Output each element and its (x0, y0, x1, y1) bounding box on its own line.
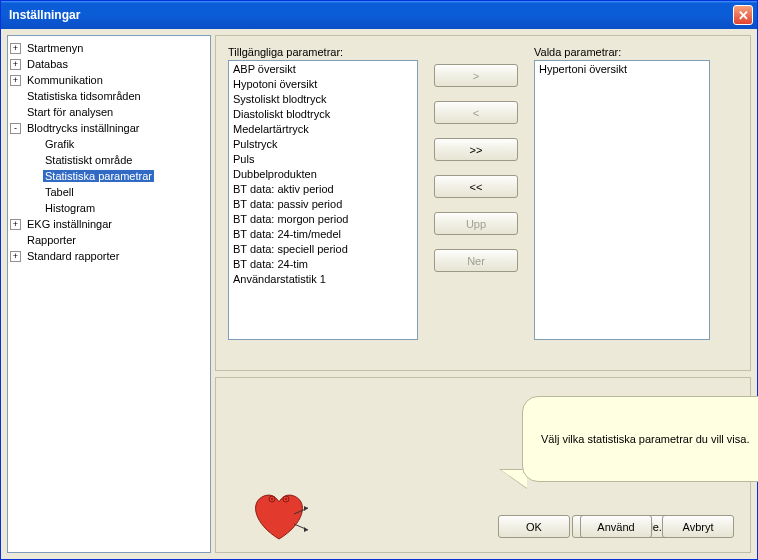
close-button[interactable]: ✕ (733, 5, 753, 25)
collapse-icon[interactable]: - (10, 123, 21, 134)
tree-item-label[interactable]: Statistiskt område (43, 154, 134, 166)
available-listbox[interactable]: ABP översiktHypotoni översiktSystoliskt … (228, 60, 418, 340)
expand-icon[interactable]: + (10, 75, 21, 86)
nav-tree[interactable]: +Startmenyn+Databas+KommunikationStatist… (7, 35, 211, 553)
list-item[interactable]: BT data: morgon period (233, 213, 413, 228)
tree-item[interactable]: Tabell (10, 184, 208, 200)
selected-label: Valda parametrar: (534, 46, 710, 58)
tree-item[interactable]: +Databas (10, 56, 208, 72)
list-item[interactable]: Systoliskt blodtryck (233, 93, 413, 108)
transfer-buttons: > < >> << Upp Ner (428, 46, 524, 360)
close-icon: ✕ (738, 8, 749, 23)
list-item[interactable]: Puls (233, 153, 413, 168)
list-item[interactable]: ABP översikt (233, 63, 413, 78)
tree-item[interactable]: Statistiska tidsområden (10, 88, 208, 104)
tree-item-label[interactable]: Standard rapporter (25, 250, 121, 262)
remove-all-button[interactable]: << (434, 175, 518, 198)
expand-icon[interactable]: + (10, 59, 21, 70)
list-item[interactable]: BT data: speciell period (233, 243, 413, 258)
add-button[interactable]: > (434, 64, 518, 87)
list-item[interactable]: Dubbelprodukten (233, 168, 413, 183)
tree-item-label[interactable]: Kommunikation (25, 74, 105, 86)
tree-item-label[interactable]: Tabell (43, 186, 76, 198)
tree-item-label[interactable]: Statistiska tidsområden (25, 90, 143, 102)
expand-icon[interactable]: + (10, 251, 21, 262)
tree-item[interactable]: Statistiskt område (10, 152, 208, 168)
help-panel: Välj vilka statistiska parametrar du vil… (215, 377, 751, 553)
window-title: Inställningar (9, 8, 80, 22)
client-area: +Startmenyn+Databas+KommunikationStatist… (1, 29, 757, 559)
tree-item[interactable]: +Startmenyn (10, 40, 208, 56)
tree-item[interactable]: Rapporter (10, 232, 208, 248)
titlebar: Inställningar ✕ (1, 1, 757, 29)
list-item[interactable]: BT data: 24-tim/medel (233, 228, 413, 243)
tree-item[interactable]: Histogram (10, 200, 208, 216)
heart-icon (244, 484, 314, 544)
right-pane: Tillgängliga parametrar: ABP översiktHyp… (215, 35, 751, 553)
list-item[interactable]: Medelartärtryck (233, 123, 413, 138)
params-panel: Tillgängliga parametrar: ABP översiktHyp… (215, 35, 751, 371)
tree-item[interactable]: Start för analysen (10, 104, 208, 120)
apply-button[interactable]: Använd (580, 515, 652, 538)
available-label: Tillgängliga parametrar: (228, 46, 418, 58)
tree-item-label[interactable]: Statistiska parametrar (43, 170, 154, 182)
list-item[interactable]: Hypertoni översikt (539, 63, 705, 78)
move-up-button[interactable]: Upp (434, 212, 518, 235)
remove-button[interactable]: < (434, 101, 518, 124)
expand-icon[interactable]: + (10, 43, 21, 54)
settings-window: Inställningar ✕ +Startmenyn+Databas+Komm… (0, 0, 758, 560)
ok-button[interactable]: OK (498, 515, 570, 538)
dialog-buttons: OK Använd Avbryt (498, 515, 734, 538)
list-item[interactable]: Hypotoni översikt (233, 78, 413, 93)
help-text: Välj vilka statistiska parametrar du vil… (541, 433, 749, 445)
list-item[interactable]: BT data: 24-tim (233, 258, 413, 273)
selected-column: Valda parametrar: Hypertoni översikt (534, 46, 710, 360)
expand-icon[interactable]: + (10, 219, 21, 230)
selected-listbox[interactable]: Hypertoni översikt (534, 60, 710, 340)
tree-item[interactable]: Grafik (10, 136, 208, 152)
tree-item[interactable]: Statistiska parametrar (10, 168, 208, 184)
list-item[interactable]: Pulstryck (233, 138, 413, 153)
svg-point-1 (271, 498, 273, 500)
add-all-button[interactable]: >> (434, 138, 518, 161)
tree-item-label[interactable]: EKG inställningar (25, 218, 114, 230)
available-column: Tillgängliga parametrar: ABP översiktHyp… (228, 46, 418, 360)
tree-item-label[interactable]: Rapporter (25, 234, 78, 246)
tree-item-label[interactable]: Startmenyn (25, 42, 85, 54)
tree-item[interactable]: -Blodtrycks inställningar (10, 120, 208, 136)
tree-item-label[interactable]: Grafik (43, 138, 76, 150)
svg-point-3 (285, 498, 287, 500)
tree-item-label[interactable]: Histogram (43, 202, 97, 214)
tree-item-label[interactable]: Start för analysen (25, 106, 115, 118)
list-item[interactable]: Diastoliskt blodtryck (233, 108, 413, 123)
list-item[interactable]: BT data: aktiv period (233, 183, 413, 198)
move-down-button[interactable]: Ner (434, 249, 518, 272)
list-item[interactable]: BT data: passiv period (233, 198, 413, 213)
speech-bubble: Välj vilka statistiska parametrar du vil… (522, 396, 758, 482)
tree-item-label[interactable]: Blodtrycks inställningar (25, 122, 142, 134)
tree-item[interactable]: +Kommunikation (10, 72, 208, 88)
tree-item[interactable]: +EKG inställningar (10, 216, 208, 232)
tree-item-label[interactable]: Databas (25, 58, 70, 70)
cancel-button[interactable]: Avbryt (662, 515, 734, 538)
tree-item[interactable]: +Standard rapporter (10, 248, 208, 264)
list-item[interactable]: Användarstatistik 1 (233, 273, 413, 288)
